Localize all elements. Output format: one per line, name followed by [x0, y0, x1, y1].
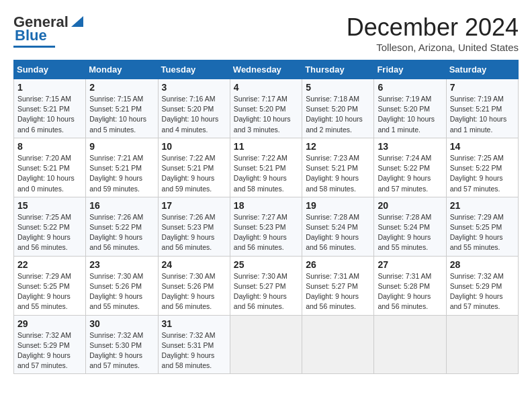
day-info: Sunrise: 7:32 AM Sunset: 5:31 PM Dayligh… — [162, 330, 226, 371]
day-number: 21 — [450, 200, 515, 211]
day-info: Sunrise: 7:25 AM Sunset: 5:22 PM Dayligh… — [450, 153, 515, 194]
calendar-cell — [230, 315, 302, 374]
day-info: Sunrise: 7:25 AM Sunset: 5:22 PM Dayligh… — [17, 212, 82, 253]
calendar-cell: 31 Sunrise: 7:32 AM Sunset: 5:31 PM Dayl… — [158, 315, 230, 374]
day-info: Sunrise: 7:18 AM Sunset: 5:20 PM Dayligh… — [306, 94, 370, 135]
day-number: 8 — [17, 141, 82, 152]
calendar-cell: 23 Sunrise: 7:30 AM Sunset: 5:26 PM Dayl… — [86, 256, 158, 315]
day-info: Sunrise: 7:26 AM Sunset: 5:23 PM Dayligh… — [162, 212, 226, 253]
calendar-cell: 6 Sunrise: 7:19 AM Sunset: 5:20 PM Dayli… — [374, 79, 446, 138]
calendar-cell: 9 Sunrise: 7:21 AM Sunset: 5:21 PM Dayli… — [86, 138, 158, 197]
day-info: Sunrise: 7:21 AM Sunset: 5:21 PM Dayligh… — [89, 153, 154, 194]
day-number: 23 — [89, 259, 154, 270]
calendar-cell: 16 Sunrise: 7:26 AM Sunset: 5:22 PM Dayl… — [86, 197, 158, 256]
location-title: Tolleson, Arizona, United States — [347, 42, 519, 53]
day-info: Sunrise: 7:16 AM Sunset: 5:20 PM Dayligh… — [162, 94, 226, 135]
day-number: 16 — [89, 200, 154, 211]
calendar-cell: 24 Sunrise: 7:30 AM Sunset: 5:26 PM Dayl… — [158, 256, 230, 315]
day-info: Sunrise: 7:30 AM Sunset: 5:27 PM Dayligh… — [234, 271, 298, 312]
day-number: 11 — [234, 141, 298, 152]
day-info: Sunrise: 7:22 AM Sunset: 5:21 PM Dayligh… — [162, 153, 226, 194]
day-number: 15 — [17, 200, 82, 211]
calendar-cell: 5 Sunrise: 7:18 AM Sunset: 5:20 PM Dayli… — [302, 79, 374, 138]
day-number: 7 — [450, 82, 515, 93]
day-number: 28 — [450, 259, 515, 270]
title-section: December 2024 Tolleson, Arizona, United … — [347, 13, 519, 53]
calendar-cell: 11 Sunrise: 7:22 AM Sunset: 5:21 PM Dayl… — [230, 138, 302, 197]
week-row-4: 22 Sunrise: 7:29 AM Sunset: 5:25 PM Dayl… — [14, 256, 519, 315]
day-number: 9 — [89, 141, 154, 152]
day-info: Sunrise: 7:15 AM Sunset: 5:21 PM Dayligh… — [89, 94, 154, 135]
day-info: Sunrise: 7:32 AM Sunset: 5:29 PM Dayligh… — [450, 271, 515, 312]
logo-arrow-icon — [70, 13, 85, 28]
day-info: Sunrise: 7:30 AM Sunset: 5:26 PM Dayligh… — [89, 271, 154, 312]
header-cell-saturday: Saturday — [446, 60, 518, 79]
header-cell-friday: Friday — [374, 60, 446, 79]
calendar-cell: 21 Sunrise: 7:29 AM Sunset: 5:25 PM Dayl… — [446, 197, 518, 256]
day-info: Sunrise: 7:30 AM Sunset: 5:26 PM Dayligh… — [162, 271, 226, 312]
calendar-body: 1 Sunrise: 7:15 AM Sunset: 5:21 PM Dayli… — [14, 79, 519, 374]
day-info: Sunrise: 7:32 AM Sunset: 5:29 PM Dayligh… — [17, 330, 82, 371]
day-info: Sunrise: 7:22 AM Sunset: 5:21 PM Dayligh… — [234, 153, 298, 194]
header-row: SundayMondayTuesdayWednesdayThursdayFrid… — [14, 60, 519, 79]
calendar-cell: 4 Sunrise: 7:17 AM Sunset: 5:20 PM Dayli… — [230, 79, 302, 138]
calendar-cell: 19 Sunrise: 7:28 AM Sunset: 5:24 PM Dayl… — [302, 197, 374, 256]
logo-underline — [13, 46, 55, 48]
calendar-cell: 12 Sunrise: 7:23 AM Sunset: 5:21 PM Dayl… — [302, 138, 374, 197]
calendar-cell: 14 Sunrise: 7:25 AM Sunset: 5:22 PM Dayl… — [446, 138, 518, 197]
header-cell-tuesday: Tuesday — [158, 60, 230, 79]
day-number: 22 — [17, 259, 82, 270]
calendar-cell: 17 Sunrise: 7:26 AM Sunset: 5:23 PM Dayl… — [158, 197, 230, 256]
day-info: Sunrise: 7:27 AM Sunset: 5:23 PM Dayligh… — [234, 212, 298, 253]
logo-blue-text: Blue — [15, 27, 47, 44]
calendar-cell: 3 Sunrise: 7:16 AM Sunset: 5:20 PM Dayli… — [158, 79, 230, 138]
day-info: Sunrise: 7:31 AM Sunset: 5:27 PM Dayligh… — [306, 271, 370, 312]
week-row-2: 8 Sunrise: 7:20 AM Sunset: 5:21 PM Dayli… — [14, 138, 519, 197]
calendar-cell: 8 Sunrise: 7:20 AM Sunset: 5:21 PM Dayli… — [14, 138, 86, 197]
day-number: 3 — [162, 82, 226, 93]
calendar-cell: 1 Sunrise: 7:15 AM Sunset: 5:21 PM Dayli… — [14, 79, 86, 138]
calendar-cell: 18 Sunrise: 7:27 AM Sunset: 5:23 PM Dayl… — [230, 197, 302, 256]
day-info: Sunrise: 7:28 AM Sunset: 5:24 PM Dayligh… — [378, 212, 442, 253]
week-row-1: 1 Sunrise: 7:15 AM Sunset: 5:21 PM Dayli… — [14, 79, 519, 138]
header-cell-sunday: Sunday — [14, 60, 86, 79]
day-number: 10 — [162, 141, 226, 152]
svg-marker-0 — [71, 16, 83, 27]
day-info: Sunrise: 7:24 AM Sunset: 5:22 PM Dayligh… — [378, 153, 442, 194]
calendar-header: SundayMondayTuesdayWednesdayThursdayFrid… — [14, 60, 519, 79]
day-number: 27 — [378, 259, 442, 270]
calendar-cell: 27 Sunrise: 7:31 AM Sunset: 5:28 PM Dayl… — [374, 256, 446, 315]
day-info: Sunrise: 7:26 AM Sunset: 5:22 PM Dayligh… — [89, 212, 154, 253]
day-info: Sunrise: 7:20 AM Sunset: 5:21 PM Dayligh… — [17, 153, 82, 194]
day-info: Sunrise: 7:23 AM Sunset: 5:21 PM Dayligh… — [306, 153, 370, 194]
day-number: 18 — [234, 200, 298, 211]
calendar-cell: 15 Sunrise: 7:25 AM Sunset: 5:22 PM Dayl… — [14, 197, 86, 256]
month-title: December 2024 — [347, 13, 519, 42]
week-row-5: 29 Sunrise: 7:32 AM Sunset: 5:29 PM Dayl… — [14, 315, 519, 374]
header-cell-monday: Monday — [86, 60, 158, 79]
calendar-cell: 25 Sunrise: 7:30 AM Sunset: 5:27 PM Dayl… — [230, 256, 302, 315]
calendar-cell — [302, 315, 374, 374]
calendar-cell: 22 Sunrise: 7:29 AM Sunset: 5:25 PM Dayl… — [14, 256, 86, 315]
day-number: 25 — [234, 259, 298, 270]
day-info: Sunrise: 7:19 AM Sunset: 5:21 PM Dayligh… — [450, 94, 515, 135]
day-number: 1 — [17, 82, 82, 93]
day-number: 31 — [162, 318, 226, 329]
day-number: 20 — [378, 200, 442, 211]
calendar-table: SundayMondayTuesdayWednesdayThursdayFrid… — [13, 60, 519, 374]
day-number: 29 — [17, 318, 82, 329]
header: General Blue December 2024 Tolleson, Ari… — [13, 13, 519, 53]
day-info: Sunrise: 7:29 AM Sunset: 5:25 PM Dayligh… — [17, 271, 82, 312]
day-number: 6 — [378, 82, 442, 93]
day-number: 12 — [306, 141, 370, 152]
header-cell-thursday: Thursday — [302, 60, 374, 79]
calendar-cell: 29 Sunrise: 7:32 AM Sunset: 5:29 PM Dayl… — [14, 315, 86, 374]
day-info: Sunrise: 7:15 AM Sunset: 5:21 PM Dayligh… — [17, 94, 82, 135]
calendar-cell — [446, 315, 518, 374]
header-cell-wednesday: Wednesday — [230, 60, 302, 79]
calendar-cell: 20 Sunrise: 7:28 AM Sunset: 5:24 PM Dayl… — [374, 197, 446, 256]
day-info: Sunrise: 7:32 AM Sunset: 5:30 PM Dayligh… — [89, 330, 154, 371]
day-info: Sunrise: 7:19 AM Sunset: 5:20 PM Dayligh… — [378, 94, 442, 135]
day-number: 2 — [89, 82, 154, 93]
day-info: Sunrise: 7:17 AM Sunset: 5:20 PM Dayligh… — [234, 94, 298, 135]
